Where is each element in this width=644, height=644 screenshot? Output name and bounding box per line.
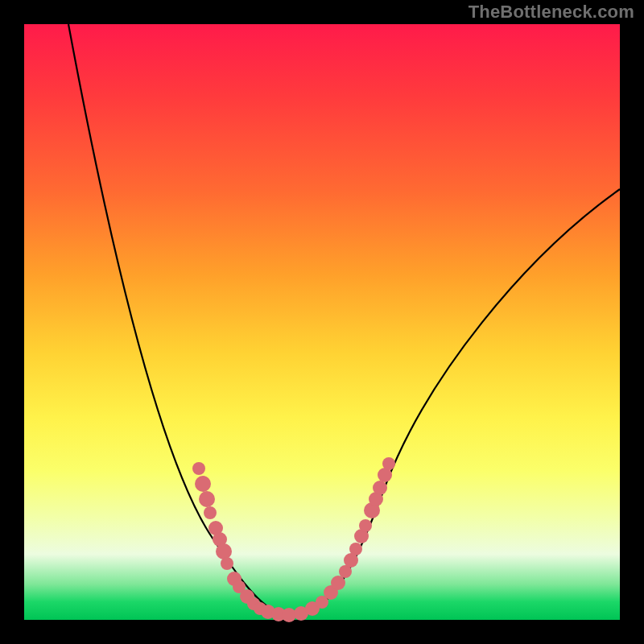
data-marker (199, 491, 215, 507)
data-marker (382, 457, 395, 470)
data-markers (192, 457, 395, 622)
data-marker (221, 557, 233, 570)
data-marker (373, 481, 387, 495)
chart-background: TheBottleneck.com (0, 0, 644, 644)
data-marker (204, 506, 217, 519)
chart-plot-area (24, 24, 620, 620)
data-marker (216, 543, 232, 559)
chart-svg (24, 24, 620, 620)
data-marker (359, 519, 372, 532)
data-marker (349, 543, 362, 555)
series-bottleneck-curve (68, 24, 620, 616)
data-marker (192, 462, 205, 475)
data-marker (195, 476, 211, 492)
watermark-text: TheBottleneck.com (469, 2, 634, 23)
bottleneck-curve (68, 24, 620, 616)
data-marker (331, 576, 345, 590)
